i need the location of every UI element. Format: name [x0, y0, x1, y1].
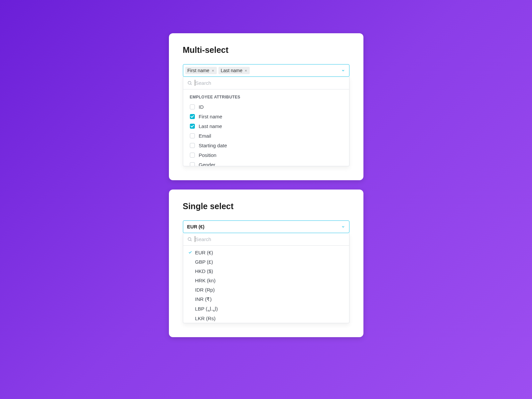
single-select-option[interactable]: HKD ($)	[183, 266, 349, 276]
single-select-option[interactable]: IDR (Rp)	[183, 285, 349, 294]
multi-select-option[interactable]: Starting date	[183, 141, 349, 150]
multi-select-option[interactable]: Position	[183, 150, 349, 160]
chip-label: Last name	[221, 68, 242, 73]
option-label: ID	[199, 104, 204, 110]
checkmark-icon	[188, 250, 193, 254]
single-select-option[interactable]: GBP (£)	[183, 257, 349, 266]
single-select-value: EUR (€)	[187, 224, 204, 229]
multi-select-card: Multi-select First nameLast name EMPLOYE…	[169, 33, 363, 180]
multi-select-title: Multi-select	[183, 45, 349, 55]
option-label: HRK (kn)	[195, 278, 216, 283]
chip-label: First name	[188, 68, 209, 73]
multi-select-dropdown: EMPLOYEE ATTRIBUTES IDFirst nameLast nam…	[183, 76, 349, 166]
single-select-option[interactable]: LKR (Rs)	[183, 314, 349, 323]
checkbox[interactable]	[190, 133, 195, 138]
option-label: IDR (Rp)	[195, 287, 215, 293]
multi-select-option[interactable]: First name	[183, 112, 349, 121]
single-select-box[interactable]: EUR (€)	[183, 220, 349, 233]
multi-select-option[interactable]: Gender	[183, 160, 349, 166]
option-label: INR (₹)	[195, 296, 212, 302]
close-icon[interactable]	[244, 69, 247, 72]
option-label: Gender	[199, 162, 215, 166]
multi-select-group-header: EMPLOYEE ATTRIBUTES	[183, 92, 349, 102]
option-label: Email	[199, 133, 211, 139]
checkbox[interactable]	[190, 153, 195, 158]
single-select-search-row	[183, 233, 349, 246]
multi-select-option[interactable]: Last name	[183, 121, 349, 131]
multi-select-option[interactable]: ID	[183, 102, 349, 112]
option-label: EUR (€)	[195, 250, 213, 255]
single-select-dropdown: EUR (€)GBP (£)HKD ($)HRK (kn)IDR (Rp)INR…	[183, 233, 349, 323]
option-label: Last name	[199, 123, 222, 129]
option-label: HKD ($)	[195, 268, 213, 274]
single-select-search-input[interactable]	[195, 236, 345, 242]
single-select-card: Single select EUR (€) EUR (€)GBP (£)HKD …	[169, 190, 363, 337]
option-label: Position	[199, 152, 216, 158]
option-label: First name	[199, 114, 222, 119]
single-select-control: EUR (€) EUR (€)GBP (£)HKD ($)HRK (kn)IDR…	[183, 220, 349, 323]
single-select-option[interactable]: LBP (ل.ل)	[183, 304, 349, 314]
multi-select-options-list: EMPLOYEE ATTRIBUTES IDFirst nameLast nam…	[183, 89, 349, 166]
svg-line-7	[191, 240, 192, 241]
chevron-down-icon[interactable]	[341, 68, 345, 72]
option-label: Starting date	[199, 143, 227, 148]
multi-select-box[interactable]: First nameLast name	[183, 64, 349, 77]
close-icon[interactable]	[211, 69, 214, 72]
search-icon	[187, 237, 192, 242]
option-label: LKR (Rs)	[195, 316, 216, 321]
checkbox[interactable]	[190, 124, 195, 129]
svg-line-5	[191, 84, 192, 85]
svg-point-4	[188, 81, 191, 84]
checkbox[interactable]	[190, 114, 195, 119]
single-select-option[interactable]: EUR (€)	[183, 248, 349, 257]
single-select-title: Single select	[183, 201, 349, 211]
checkbox[interactable]	[190, 162, 195, 166]
multi-select-control: First nameLast name EMPLOYEE ATTRIBUTES …	[183, 64, 349, 166]
option-label: GBP (£)	[195, 259, 213, 265]
chip: First name	[185, 67, 217, 74]
checkbox[interactable]	[190, 104, 195, 109]
checkbox[interactable]	[190, 143, 195, 148]
multi-select-option[interactable]: Email	[183, 131, 349, 141]
svg-point-6	[188, 237, 191, 240]
chip: Last name	[218, 67, 250, 74]
option-label: LBP (ل.ل)	[195, 306, 218, 312]
multi-select-search-input[interactable]	[195, 80, 345, 86]
single-select-option[interactable]: HRK (kn)	[183, 276, 349, 285]
single-select-options-list: EUR (€)GBP (£)HKD ($)HRK (kn)IDR (Rp)INR…	[183, 246, 349, 323]
chevron-down-icon[interactable]	[341, 225, 345, 229]
single-select-option[interactable]: INR (₹)	[183, 294, 349, 304]
search-icon	[187, 80, 192, 85]
multi-select-search-row	[183, 76, 349, 89]
